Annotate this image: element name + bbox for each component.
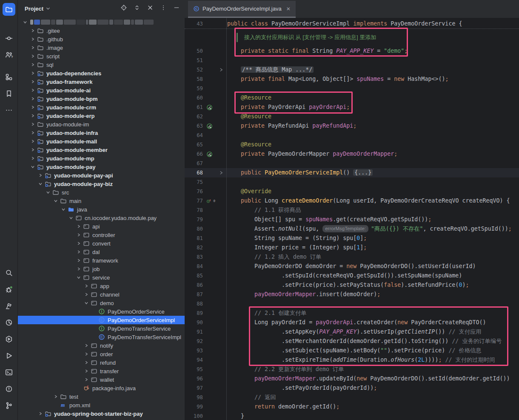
code-line-95[interactable]: 95 // 2.2 更新支付单到 demo 订单 — [185, 365, 519, 374]
code-line-61[interactable]: 61 private PayOrderApi payOrderApi; — [185, 103, 519, 112]
chevron-down-icon[interactable] — [29, 164, 36, 170]
chevron-right-icon[interactable] — [75, 223, 82, 229]
code-line-99[interactable]: 99 return demoOrder.getId(); — [185, 402, 519, 411]
chevron-down-icon[interactable] — [60, 206, 67, 212]
code-line-93[interactable]: 93 .setSubject(spuName).setBody("").setP… — [185, 346, 519, 355]
code-line-81[interactable]: 81 String spuName = (String) spu[0]; — [185, 234, 519, 243]
tree-item-paydemotransferserviceimpl[interactable]: CPayDemoTransferServiceImpl — [18, 333, 185, 341]
code-editor[interactable]: 43public class PayDemoOrderServiceImpl i… — [185, 18, 519, 420]
chevron-right-icon[interactable] — [83, 351, 90, 357]
chevron-down-icon[interactable] — [37, 181, 44, 187]
code-line-76[interactable]: 76 @Override — [185, 187, 519, 196]
tree-item-notify[interactable]: notify — [18, 341, 185, 350]
tree-item-script[interactable]: script — [18, 52, 185, 60]
tree-item-order[interactable]: order — [18, 350, 185, 358]
tree-item-framework[interactable]: framework — [18, 256, 185, 265]
tree-item-java[interactable]: java — [18, 205, 185, 214]
tree-item-yudao-spring-boot-starter-biz-pay[interactable]: yudao-spring-boot-starter-biz-pay — [18, 409, 185, 418]
code-line-83[interactable]: 83 // 1.2 插入 demo 订单 — [185, 252, 519, 262]
chevron-right-icon[interactable] — [75, 232, 82, 238]
version-control-button[interactable] — [3, 399, 15, 412]
code-line-87[interactable]: 87 payDemoOrderMapper.insert(demoOrder); — [185, 290, 519, 299]
project-panel-title[interactable]: Project — [25, 6, 51, 12]
close-button[interactable] — [146, 5, 154, 12]
tree-item-yudao-module-pay[interactable]: yudao-module-pay — [18, 163, 185, 171]
code-line-92[interactable]: 92 .setMerchantOrderId(demoOrder.getId()… — [185, 337, 519, 346]
build-button[interactable] — [3, 300, 15, 312]
chevron-down-icon[interactable] — [75, 274, 82, 280]
chevron-right-icon[interactable] — [83, 291, 90, 297]
code-line-90[interactable]: 90 Long payOrderId = payOrderApi.createO… — [185, 318, 519, 327]
tree-item-src[interactable]: src — [18, 188, 185, 197]
chevron-right-icon[interactable] — [75, 257, 82, 263]
tree-item-yudao-module-ai[interactable]: yudao-module-ai — [18, 86, 185, 94]
chevron-right-icon[interactable] — [29, 130, 36, 136]
code-line-64[interactable]: 64 — [185, 131, 519, 140]
expand-collapse-button[interactable] — [133, 5, 141, 12]
chevron-down-icon[interactable] — [44, 189, 51, 195]
code-line-78[interactable]: 78 // 1.1 获得商品 — [185, 206, 519, 215]
tree-item-job[interactable]: job — [18, 265, 185, 273]
code-line-80[interactable]: 80 Assert.notNull(spu, errorMsgTemplate:… — [185, 224, 519, 234]
tree-item-sql[interactable]: sql — [18, 60, 185, 69]
tree-item-api[interactable]: api — [18, 222, 185, 231]
tree-item-refund[interactable]: refund — [18, 358, 185, 367]
code-line-84[interactable]: 84 PayDemoOrderDO demoOrder = new PayDem… — [185, 262, 519, 271]
code-line-65[interactable]: 65 @Resource — [185, 140, 519, 149]
code-line-58[interactable]: 58 private final Map<Long, Object[]> spu… — [185, 74, 519, 84]
code-line-82[interactable]: 82 Integer price = (Integer) spu[1]; — [185, 243, 519, 252]
autowired-gutter-icon[interactable] — [205, 103, 216, 112]
code-line-88[interactable]: 88 — [185, 299, 519, 309]
tree-item-app[interactable]: app — [18, 282, 185, 290]
tree-item-convert[interactable]: convert — [18, 239, 185, 248]
commit-button[interactable] — [3, 32, 15, 45]
autowired-gutter-icon[interactable] — [205, 121, 216, 131]
code-line-75[interactable]: 75 — [185, 177, 519, 187]
chevron-right-icon[interactable] — [29, 53, 36, 59]
implements-gutter-icon[interactable]: I@ — [205, 196, 216, 206]
tree-item-dal[interactable]: dal — [18, 248, 185, 256]
tree-item-pom.xml[interactable]: mpom.xml — [18, 401, 185, 409]
editor-tab[interactable]: C PayDemoOrderServiceImpl.java ✕ — [188, 1, 296, 18]
chevron-down-icon[interactable] — [67, 215, 74, 221]
chevron-right-icon[interactable] — [29, 121, 36, 127]
code-line-96[interactable]: 96 payDemoOrderMapper.updateById(new Pay… — [185, 374, 519, 383]
chevron-right-icon[interactable] — [37, 411, 44, 417]
chevron-right-icon[interactable] — [83, 377, 90, 383]
tree-item-package-info.java[interactable]: package-info.java — [18, 384, 185, 392]
project-folder-button[interactable] — [3, 3, 15, 16]
code-line-59[interactable]: 59 — [185, 84, 519, 93]
chevron-right-icon[interactable] — [83, 343, 90, 349]
code-line-68[interactable]: 68 public PayDemoOrderServiceImpl() {...… — [185, 168, 519, 177]
code-line-66[interactable]: 66 private PayDemoOrderMapper payDemoOrd… — [185, 149, 519, 159]
tree-item-yudao-module-mall[interactable]: yudao-module-mall — [18, 137, 185, 146]
tree-item-yudao-module-pay-biz[interactable]: yudao-module-pay-biz — [18, 180, 185, 188]
tree-item-controller[interactable]: controller — [18, 231, 185, 239]
options-button[interactable] — [160, 5, 167, 12]
chevron-right-icon[interactable] — [83, 283, 90, 289]
problems-button[interactable] — [3, 383, 15, 395]
code-line-85[interactable]: 85 .setSpuId(createReqVO.getSpuId()).set… — [185, 271, 519, 280]
chevron-right-icon[interactable] — [29, 104, 36, 110]
code-line-43[interactable]: 43public class PayDemoOrderServiceImpl i… — [185, 19, 519, 29]
chevron-right-icon[interactable] — [29, 79, 36, 85]
tree-item-yudao-module-crm[interactable]: yudao-module-crm — [18, 103, 185, 111]
tree-item-transfer[interactable]: transfer — [18, 367, 185, 375]
chevron-right-icon[interactable] — [29, 96, 36, 102]
tree-item-main[interactable]: main — [18, 197, 185, 205]
tree-item-yudao-module-mp[interactable]: yudao-module-mp — [18, 154, 185, 163]
code-line-50[interactable]: 50 private static final String PAY_APP_K… — [185, 46, 519, 56]
tree-item-wallet[interactable]: wallet — [18, 375, 185, 384]
chevron-down-icon[interactable] — [83, 300, 90, 306]
services-button[interactable] — [3, 333, 15, 346]
chevron-right-icon[interactable] — [37, 172, 44, 178]
chevron-right-icon[interactable] — [29, 147, 36, 153]
chevron-right-icon[interactable] — [75, 240, 82, 246]
chevron-right-icon[interactable] — [29, 113, 36, 119]
tree-item-yudao-module-member[interactable]: yudao-module-member — [18, 146, 185, 154]
tree-item-yudao-framework[interactable]: yudao-framework — [18, 77, 185, 86]
tree-item-yudao-module-bpm[interactable]: yudao-module-bpm — [18, 94, 185, 103]
autowired-gutter-icon[interactable] — [205, 149, 216, 159]
chevron-right-icon[interactable] — [29, 70, 36, 76]
chevron-right-icon[interactable] — [29, 28, 36, 34]
